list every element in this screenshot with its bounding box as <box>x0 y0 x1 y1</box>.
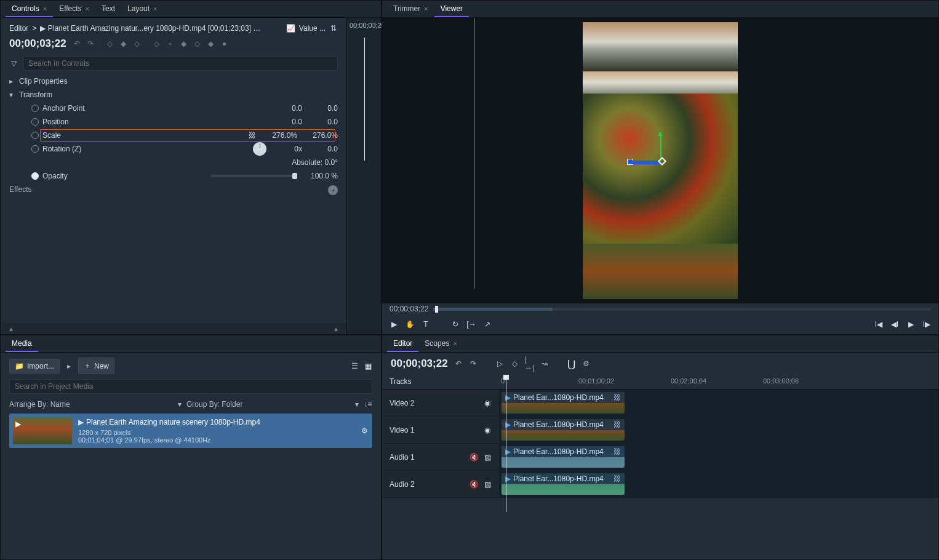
eye-icon[interactable]: ◉ <box>483 426 492 434</box>
marker6-icon[interactable]: ● <box>220 39 229 48</box>
section-effects[interactable]: Effects ＋ <box>9 183 338 198</box>
marker3-icon[interactable]: ◆ <box>180 39 188 48</box>
prop-y[interactable]: 0.0 <box>306 118 338 126</box>
keyframe-toggle[interactable] <box>31 145 39 153</box>
marker2-icon[interactable]: ▫ <box>166 39 175 48</box>
scrub-track[interactable] <box>433 308 931 311</box>
prop-y[interactable]: 276.0% <box>301 131 338 140</box>
step-back-icon[interactable]: ◀I <box>890 320 899 329</box>
timeline-ruler[interactable]: 0 00;01;00;02 00;02;00;04 00;03;00;06 <box>499 375 938 389</box>
sort-icon[interactable]: ↓≡ <box>364 400 372 409</box>
value-label[interactable]: Value ... <box>299 24 326 33</box>
tab-viewer[interactable]: Viewer <box>434 1 469 17</box>
close-icon[interactable]: × <box>86 5 89 12</box>
timeline-clip[interactable]: ▶Planet Ear...1080p-HD.mp4⛓ <box>501 446 625 468</box>
keyframe-toggle[interactable] <box>31 105 39 112</box>
tool-slide-icon[interactable]: ↝ <box>540 359 549 368</box>
track-header[interactable]: Video 1 ◉ <box>382 417 499 443</box>
prop-x[interactable]: 0.0 <box>270 104 302 113</box>
marker1-icon[interactable]: ◇ <box>153 39 161 48</box>
viewer-timecode[interactable]: 00;00;03;22 <box>390 305 428 313</box>
track-content[interactable]: ▶Planet Ear...1080p-HD.mp4⛓ <box>499 390 938 416</box>
link-icon[interactable]: ⛓ <box>613 447 621 456</box>
editor-timecode[interactable]: 00;00;03;22 <box>391 358 448 370</box>
filter-icon[interactable]: ▽ <box>9 59 18 68</box>
mini-playhead[interactable] <box>364 38 365 161</box>
scrub-head[interactable] <box>435 306 438 313</box>
prop-scale[interactable]: Scale ⛓ 276.0% 276.0% <box>9 129 338 142</box>
solo-icon[interactable]: ▨ <box>483 480 492 489</box>
tab-scopes[interactable]: Scopes× <box>418 336 463 352</box>
track-content[interactable]: ▶Planet Ear...1080p-HD.mp4⛓ <box>499 417 938 443</box>
gizmo-axis-x[interactable] <box>632 161 660 164</box>
undo-icon[interactable]: ↶ <box>454 359 463 368</box>
tab-effects[interactable]: Effects× <box>53 1 95 17</box>
mute-icon[interactable]: 🔇 <box>470 453 478 462</box>
new-button[interactable]: ＋New <box>78 358 114 374</box>
gizmo-arrow-y[interactable] <box>658 131 663 136</box>
prop-rotation[interactable]: Rotation (Z) 0x 0.0 <box>9 142 338 156</box>
kf-prev-icon[interactable]: ◇ <box>106 39 114 48</box>
text-icon[interactable]: T <box>422 320 430 329</box>
close-icon[interactable]: × <box>43 5 47 12</box>
in-out-icon[interactable]: [→ <box>467 320 476 329</box>
goto-start-icon[interactable]: I◀ <box>874 320 883 329</box>
snap-icon[interactable]: ⋃ <box>567 359 576 368</box>
viewer-canvas-area[interactable] <box>382 18 938 303</box>
prop-y[interactable]: 0.0 <box>306 104 338 113</box>
opacity-slider[interactable] <box>211 175 297 177</box>
close-icon[interactable]: × <box>453 340 457 347</box>
keyframe-toggle[interactable] <box>31 172 39 180</box>
tab-trimmer[interactable]: Trimmer× <box>387 1 434 17</box>
keyframe-toggle[interactable] <box>31 132 39 139</box>
arrange-by-dropdown[interactable]: Arrange By: Name▾ <box>9 400 182 409</box>
track-header[interactable]: Audio 2 🔇▨ <box>382 471 499 497</box>
link-icon[interactable]: ⛓ <box>248 131 257 140</box>
redo-icon[interactable]: ↷ <box>469 359 477 368</box>
prop-position[interactable]: Position 0.0 0.0 <box>9 115 338 129</box>
prop-x[interactable]: 0.0 <box>270 118 302 126</box>
add-effect-button[interactable]: ＋ <box>328 185 338 195</box>
prop-opacity[interactable]: Opacity 100.0 % <box>9 169 338 183</box>
controls-mini-timeline[interactable]: 00;00;03;20 <box>346 18 381 334</box>
solo-icon[interactable]: ▨ <box>483 453 492 462</box>
gear-icon[interactable]: ⚙ <box>360 426 369 435</box>
breadcrumb-root[interactable]: Editor <box>9 24 28 33</box>
prop-y[interactable]: 0.0 <box>306 145 338 153</box>
eye-icon[interactable]: ◉ <box>483 399 492 407</box>
timecode[interactable]: 00;00;03;22 <box>9 38 66 50</box>
tool-razor-icon[interactable]: ◇ <box>511 359 519 368</box>
group-by-dropdown[interactable]: Group By: Folder▾ <box>186 400 359 409</box>
section-clip-properties[interactable]: ▸ Clip Properties <box>9 74 338 88</box>
step-fwd-icon[interactable]: I▶ <box>922 320 931 329</box>
controls-zoom-bar[interactable]: ▴ ▴ <box>1 323 346 334</box>
marker4-icon[interactable]: ◇ <box>193 39 202 48</box>
swap-icon[interactable]: ⇅ <box>329 24 338 33</box>
link-icon[interactable]: ⛓ <box>613 420 621 429</box>
timeline-clip[interactable]: ▶Planet Ear...1080p-HD.mp4⛓ <box>501 473 625 495</box>
import-button[interactable]: 📁Import... <box>9 359 60 374</box>
marker5-icon[interactable]: ◆ <box>207 39 215 48</box>
export-icon[interactable]: ↗ <box>483 320 492 329</box>
prop-x[interactable]: 276.0% <box>260 131 297 140</box>
tab-media[interactable]: Media <box>6 336 38 352</box>
kf-next-icon[interactable]: ◇ <box>133 39 142 48</box>
link-icon[interactable]: ⛓ <box>613 474 621 483</box>
timeline-playhead[interactable] <box>506 375 506 512</box>
track-header[interactable]: Audio 1 🔇▨ <box>382 444 499 470</box>
redo-icon[interactable]: ↷ <box>86 39 95 48</box>
chevron-right-icon[interactable]: ▸ <box>65 362 73 370</box>
kf-add-icon[interactable]: ◆ <box>119 39 128 48</box>
prop-x[interactable]: 0x <box>270 145 302 153</box>
keyframe-toggle[interactable] <box>31 118 39 126</box>
media-search-input[interactable] <box>9 379 372 394</box>
controls-search-input[interactable] <box>23 56 338 71</box>
zoom-out-icon[interactable]: ▴ <box>9 324 13 333</box>
track-content[interactable]: ▶Planet Ear...1080p-HD.mp4⛓ <box>499 444 938 470</box>
mute-icon[interactable]: 🔇 <box>470 480 478 489</box>
hand-icon[interactable]: ✋ <box>406 320 414 329</box>
viewer-canvas[interactable] <box>583 22 738 299</box>
tab-editor[interactable]: Editor <box>387 336 418 352</box>
breadcrumb-clip[interactable]: ▶ Planet Earth Amazing natur...ery 1080p… <box>40 24 262 33</box>
gear-icon[interactable]: ⚙ <box>582 359 591 368</box>
